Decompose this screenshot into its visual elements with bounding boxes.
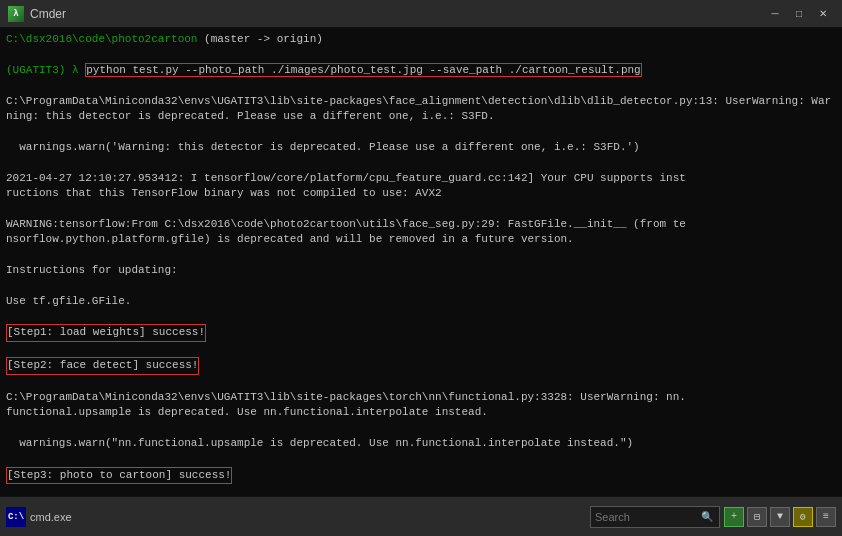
prompt-branch: (master -> origin) [197, 33, 322, 45]
window-controls: ─ □ ✕ [764, 5, 834, 23]
search-button[interactable]: 🔍 [699, 511, 715, 522]
step2-success: [Step2: face detect] success! [6, 357, 199, 374]
close-button[interactable]: ✕ [812, 5, 834, 23]
prompt-label: (UGATIT3) λ [6, 64, 79, 76]
settings-button[interactable]: ⚙ [793, 507, 813, 527]
search-box[interactable]: 🔍 [590, 506, 720, 528]
terminal-area[interactable]: C:\dsx2016\code\photo2cartoon (master ->… [0, 28, 842, 496]
output-line-4: WARNING:tensorflow:From C:\dsx2016\code\… [6, 217, 836, 248]
menu-button[interactable]: ≡ [816, 507, 836, 527]
output-line-1: C:\ProgramData\Miniconda32\envs\UGATIT3\… [6, 94, 836, 125]
split-button[interactable]: ⊟ [747, 507, 767, 527]
toolbar: C:\ cmd.exe 🔍 + ⊟ ▼ ⚙ ≡ [0, 496, 842, 536]
cmd-label: cmd.exe [30, 511, 72, 523]
terminal-output: C:\dsx2016\code\photo2cartoon (master ->… [6, 32, 836, 496]
output-line-8: warnings.warn("nn.functional.upsample is… [6, 436, 836, 451]
minimize-button[interactable]: ─ [764, 5, 786, 23]
add-tab-button[interactable]: + [724, 507, 744, 527]
command-text: python test.py --photo_path ./images/pho… [85, 63, 642, 77]
output-line-3: 2021-04-27 12:10:27.953412: I tensorflow… [6, 171, 836, 202]
titlebar: λ Cmder ─ □ ✕ [0, 0, 842, 28]
toolbar-right-buttons: + ⊟ ▼ ⚙ ≡ [724, 507, 836, 527]
output-line-7: C:\ProgramData\Miniconda32\envs\UGATIT3\… [6, 390, 836, 421]
output-line-6: Use tf.gfile.GFile. [6, 294, 836, 309]
prompt-path: C:\dsx2016\code\photo2cartoon [6, 33, 197, 45]
step1-success: [Step1: load weights] success! [6, 324, 206, 341]
titlebar-title: Cmder [30, 7, 764, 21]
dropdown-button[interactable]: ▼ [770, 507, 790, 527]
search-input[interactable] [595, 511, 695, 523]
cmd-icon: C:\ [6, 507, 26, 527]
output-line-5: Instructions for updating: [6, 263, 836, 278]
output-line-2: warnings.warn('Warning: this detector is… [6, 140, 836, 155]
app-icon: λ [8, 6, 24, 22]
step3-success: [Step3: photo to cartoon] success! [6, 467, 232, 484]
maximize-button[interactable]: □ [788, 5, 810, 23]
